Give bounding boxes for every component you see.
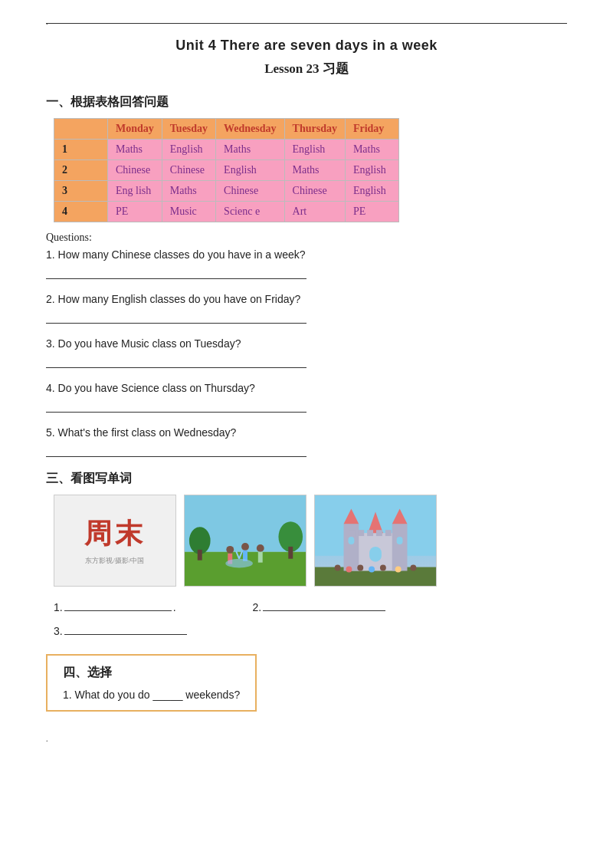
svg-point-12 — [225, 559, 253, 568]
question-1: 1. How many Chinese classes do you have … — [46, 248, 567, 279]
svg-rect-29 — [376, 530, 382, 536]
answer-line-5[interactable] — [46, 443, 306, 457]
table-row: 2 Chinese Chinese English Maths English — [54, 160, 399, 181]
svg-point-33 — [357, 565, 363, 571]
write-line-2[interactable] — [263, 597, 385, 611]
table-cell: English — [216, 160, 284, 181]
table-header-monday: Monday — [108, 119, 162, 140]
section4-box: 四、选择 1. What do you do _____ weekends? — [46, 654, 257, 712]
question-5: 5. What's the first class on Wednesday? — [46, 426, 567, 457]
table-cell: English — [345, 181, 398, 202]
table-cell: Art — [284, 202, 345, 222]
sub-title: Lesson 23 习题 — [46, 60, 567, 77]
answer-line-3[interactable] — [46, 354, 306, 368]
table-cell: English — [284, 140, 345, 160]
table-cell: Maths — [108, 140, 162, 160]
image-zhoumo: 周末 东方影视/摄影/中国 — [54, 495, 176, 587]
bottom-dot: . — [46, 735, 567, 743]
question-2: 2. How many English classes do you have … — [46, 293, 567, 324]
question-2-text: 2. How many English classes do you have … — [46, 293, 300, 305]
table-header-friday: Friday — [345, 119, 398, 140]
questions-label: Questions: — [46, 232, 567, 244]
answer-line-2[interactable] — [46, 310, 306, 324]
svg-point-36 — [395, 567, 402, 573]
write-line-1[interactable] — [64, 597, 172, 611]
svg-point-6 — [226, 546, 234, 554]
write-area: 1. . 2. 3. — [54, 597, 567, 637]
table-cell: Maths — [216, 140, 284, 160]
svg-point-37 — [410, 565, 416, 571]
section4-title: 四、选择 — [63, 665, 240, 681]
section4-container: 四、选择 1. What do you do _____ weekends? — [46, 654, 567, 712]
choice-1-text: 1. What do you do _____ weekends? — [63, 689, 240, 701]
svg-rect-28 — [367, 530, 373, 536]
table-cell: PE — [108, 202, 162, 222]
park-svg — [185, 495, 306, 587]
write-label-3: 3. — [54, 625, 63, 637]
table-header-tuesday: Tuesday — [162, 119, 215, 140]
section3-images: 周末 东方影视/摄影/中国 — [54, 495, 567, 587]
answer-line-1[interactable] — [46, 265, 306, 279]
svg-point-32 — [346, 567, 352, 573]
table-row-num: 3 — [54, 181, 108, 202]
table-cell: English — [162, 140, 215, 160]
table-cell: Music — [162, 202, 215, 222]
image-castle — [314, 495, 437, 587]
svg-point-31 — [335, 565, 341, 571]
castle-svg — [315, 495, 436, 587]
table-row: 4 PE Music Scienc e Art PE — [54, 202, 399, 222]
svg-point-35 — [380, 565, 386, 571]
table-cell: Chinese — [216, 181, 284, 202]
table-cell: Chinese — [108, 160, 162, 181]
zhoumo-characters: 周末 — [84, 515, 146, 553]
question-5-text: 5. What's the first class on Wednesday? — [46, 426, 236, 439]
section1-title: 一、根据表格回答问题 — [46, 94, 567, 110]
question-4-text: 4. Do you have Science class on Thursday… — [46, 382, 255, 394]
table-row-num: 2 — [54, 160, 108, 181]
question-3-text: 3. Do you have Music class on Tuesday? — [46, 337, 241, 350]
section3-title: 三、看图写单词 — [46, 471, 567, 487]
svg-point-10 — [257, 544, 264, 552]
table-row-num: 1 — [54, 140, 108, 160]
svg-point-34 — [369, 567, 375, 573]
svg-rect-27 — [358, 530, 364, 536]
question-3: 3. Do you have Music class on Tuesday? — [46, 337, 567, 368]
svg-rect-19 — [392, 524, 408, 570]
write-period-1: . — [173, 601, 176, 613]
svg-rect-3 — [198, 550, 202, 561]
table-header-thursday: Thursday — [284, 119, 345, 140]
table-cell: Maths — [284, 160, 345, 181]
write-label-2: 2. — [253, 601, 262, 613]
table-cell: English — [345, 160, 398, 181]
table-row: 1 Maths English Maths English Maths — [54, 140, 399, 160]
table-header-row: Monday Tuesday Wednesday Thursday Friday — [54, 119, 399, 140]
table-cell: Maths — [345, 140, 398, 160]
schedule-table: Monday Tuesday Wednesday Thursday Friday… — [54, 118, 399, 222]
write-label-1: 1. — [54, 601, 63, 613]
question-4: 4. Do you have Science class on Thursday… — [46, 382, 567, 413]
table-cell: Scienc e — [216, 202, 284, 222]
table-header-empty — [54, 119, 108, 140]
table-cell: Chinese — [162, 160, 215, 181]
answer-line-4[interactable] — [46, 399, 306, 413]
table-row: 3 Eng lish Maths Chinese Chinese English — [54, 181, 399, 202]
svg-rect-23 — [369, 547, 382, 562]
svg-rect-25 — [397, 537, 403, 544]
table-cell: Chinese — [284, 181, 345, 202]
table-cell: PE — [345, 202, 398, 222]
zhoumo-subtitle: 东方影视/摄影/中国 — [85, 556, 144, 566]
table-header-wednesday: Wednesday — [216, 119, 284, 140]
main-title: Unit 4 There are seven days in a week — [46, 38, 567, 54]
image-park — [184, 495, 306, 587]
table-cell: Maths — [162, 181, 215, 202]
svg-rect-24 — [348, 537, 354, 544]
top-line: . — [46, 23, 567, 24]
svg-rect-11 — [258, 552, 263, 563]
svg-point-8 — [241, 543, 249, 551]
top-dot: . — [46, 18, 48, 26]
svg-rect-26 — [349, 530, 355, 536]
table-row-num: 4 — [54, 202, 108, 222]
table-cell: Eng lish — [108, 181, 162, 202]
write-line-3[interactable] — [64, 621, 187, 635]
choice-1: 1. What do you do _____ weekends? — [63, 689, 240, 701]
